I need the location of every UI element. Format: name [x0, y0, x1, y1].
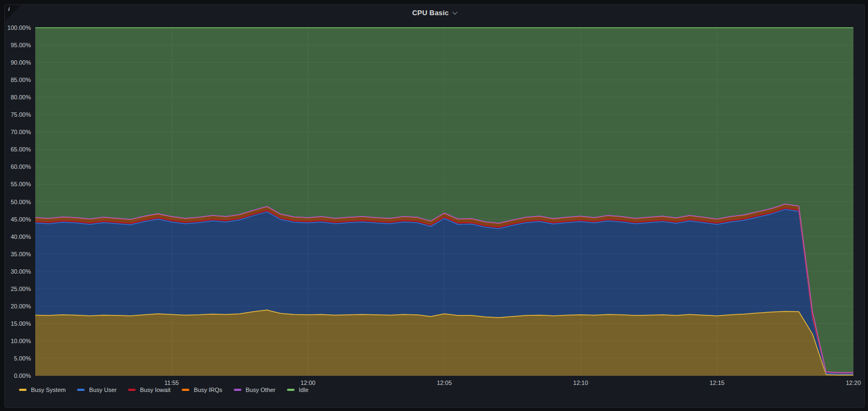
legend-item-idle[interactable]: Idle	[287, 387, 309, 393]
legend-item-busy-system[interactable]: Busy System	[19, 387, 66, 393]
y-tick-label: 50.00%	[5, 199, 31, 205]
chevron-down-icon	[452, 9, 458, 15]
y-tick-label: 60.00%	[5, 163, 31, 170]
legend-label: Idle	[299, 387, 309, 393]
chart-plot-area: 100.00%95.00%90.00%85.00%80.00%75.00%70.…	[5, 5, 864, 407]
cpu-usage-chart[interactable]	[5, 5, 864, 407]
y-tick-label: 75.00%	[5, 111, 31, 118]
panel-title: CPU Basic	[412, 9, 449, 17]
y-tick-label: 40.00%	[5, 233, 31, 240]
legend-item-busy-irqs[interactable]: Busy IRQs	[182, 387, 222, 393]
x-tick-label: 12:20	[846, 380, 861, 386]
legend-color-busy-other	[234, 389, 241, 391]
legend-color-busy-system	[19, 389, 27, 391]
y-tick-label: 10.00%	[5, 338, 31, 344]
y-tick-label: 95.00%	[5, 42, 31, 48]
legend-color-busy-iowait	[128, 389, 136, 391]
y-tick-label: 90.00%	[5, 59, 31, 66]
legend-item-busy-user[interactable]: Busy User	[77, 387, 117, 393]
x-tick-label: 12:15	[710, 380, 725, 386]
legend-item-busy-iowait[interactable]: Busy Iowait	[128, 387, 170, 393]
y-tick-label: 0.00%	[5, 372, 31, 379]
legend-label: Busy User	[89, 387, 117, 393]
y-tick-label: 5.00%	[5, 355, 31, 362]
y-tick-label: 70.00%	[5, 129, 31, 135]
panel-header[interactable]: CPU Basic	[5, 5, 864, 20]
y-tick-label: 85.00%	[5, 77, 31, 83]
legend: Busy SystemBusy UserBusy IowaitBusy IRQs…	[19, 387, 309, 393]
y-tick-label: 25.00%	[5, 286, 31, 292]
legend-label: Busy IRQs	[194, 387, 222, 393]
x-tick-label: 11:55	[164, 380, 179, 386]
legend-color-busy-user	[77, 389, 85, 391]
x-tick-label: 12:05	[437, 380, 452, 386]
legend-label: Busy System	[31, 387, 66, 393]
x-tick-label: 12:00	[301, 380, 316, 386]
legend-label: Busy Other	[246, 387, 276, 393]
y-tick-label: 65.00%	[5, 146, 31, 153]
x-tick-label: 12:10	[573, 380, 589, 386]
legend-item-busy-other[interactable]: Busy Other	[234, 387, 276, 393]
legend-color-idle	[287, 389, 295, 391]
info-icon: i	[8, 5, 10, 12]
legend-label: Busy Iowait	[140, 387, 170, 393]
y-tick-label: 15.00%	[5, 320, 31, 327]
y-tick-label: 35.00%	[5, 251, 31, 257]
area-busy-system	[35, 310, 853, 376]
y-tick-label: 80.00%	[5, 94, 31, 100]
y-tick-label: 20.00%	[5, 303, 31, 309]
y-tick-label: 55.00%	[5, 181, 31, 187]
y-tick-label: 30.00%	[5, 268, 31, 275]
y-tick-label: 100.00%	[5, 24, 31, 31]
y-tick-label: 45.00%	[5, 216, 31, 223]
legend-color-busy-irqs	[182, 389, 189, 391]
cpu-basic-panel: i CPU Basic 100.00%95.00%90.00%85.00%80.…	[4, 4, 865, 408]
